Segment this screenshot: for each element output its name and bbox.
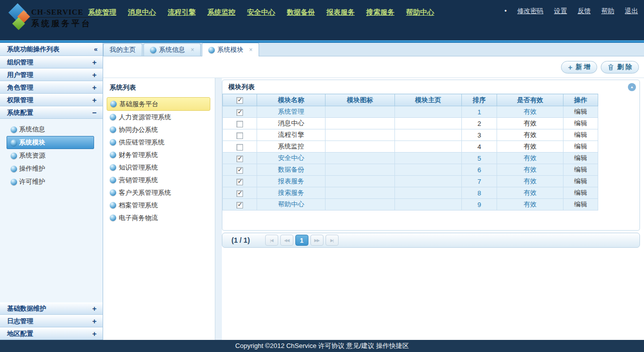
sidebar-group-region[interactable]: 地区配置 + [0, 327, 103, 340]
module-name-link[interactable]: 报表服务 [257, 176, 326, 187]
valid-link[interactable]: 有效 [497, 129, 564, 141]
tab-my-home[interactable]: 我的主页 [103, 43, 142, 56]
system-item-scm[interactable]: 供应链管理系统 [103, 136, 215, 149]
sidebar-group-sysconfig[interactable]: 系统配置 − [0, 106, 103, 119]
valid-link[interactable]: 有效 [497, 199, 564, 210]
sphere-icon [110, 139, 116, 146]
add-button[interactable]: + 新 增 [561, 61, 597, 74]
sidebar-item-system-module[interactable]: 系统模块 [7, 136, 94, 149]
row-checkbox[interactable] [236, 179, 243, 185]
edit-link[interactable]: 编辑 [564, 199, 598, 210]
row-checkbox[interactable] [236, 132, 243, 139]
settings-link[interactable]: 设置 [554, 7, 567, 16]
row-checkbox[interactable] [236, 109, 243, 116]
valid-link[interactable]: 有效 [497, 187, 564, 199]
row-checkbox[interactable] [236, 167, 243, 174]
menu-item-label: 系统资源 [19, 151, 45, 160]
sidebar-group-log[interactable]: 日志管理 + [0, 315, 103, 327]
tab-system-info[interactable]: 系统信息 × [143, 43, 201, 56]
pager-first-button[interactable]: |◀ [265, 235, 278, 246]
module-name-link[interactable]: 安全中心 [257, 153, 326, 164]
valid-link[interactable]: 有效 [497, 164, 564, 176]
edit-link[interactable]: 编辑 [564, 176, 598, 187]
sidebar-group-org[interactable]: 组织管理 + [0, 56, 103, 68]
system-item-oa[interactable]: 协同办公系统 [103, 123, 215, 136]
feedback-link[interactable]: 反馈 [578, 7, 591, 16]
valid-link[interactable]: 有效 [497, 106, 564, 118]
select-all-checkbox[interactable] [236, 97, 243, 104]
pager-next-button[interactable]: ▶▶ [310, 235, 324, 246]
sidebar-group-basedata[interactable]: 基础数据维护 + [0, 302, 103, 315]
module-name-link[interactable]: 搜索服务 [257, 187, 326, 199]
nav-security-center[interactable]: 安全中心 [247, 8, 275, 17]
module-name-link[interactable]: 系统管理 [257, 106, 326, 118]
pager-prev-button[interactable]: ◀◀ [280, 235, 293, 246]
sidebar-group-permission[interactable]: 权限管理 + [0, 94, 103, 106]
pager-last-button[interactable]: ▶| [326, 235, 339, 246]
system-item-marketing[interactable]: 营销管理系统 [103, 174, 215, 186]
module-name-link[interactable]: 系统监控 [257, 141, 326, 153]
valid-link[interactable]: 有效 [497, 176, 564, 187]
module-name-link[interactable]: 帮助中心 [257, 199, 326, 210]
sidebar-group-user[interactable]: 用户管理 + [0, 68, 103, 81]
sphere-icon [11, 126, 17, 133]
valid-link[interactable]: 有效 [497, 141, 564, 153]
module-name-link[interactable]: 消息中心 [257, 118, 326, 129]
help-link[interactable]: 帮助 [601, 7, 614, 16]
edit-link[interactable]: 编辑 [564, 129, 598, 141]
nav-message-center[interactable]: 消息中心 [128, 8, 156, 17]
system-item-hr[interactable]: 人力资源管理系统 [103, 111, 215, 123]
pager-page-1-button[interactable]: 1 [295, 235, 308, 246]
module-icon-cell [326, 199, 395, 210]
edit-link[interactable]: 编辑 [564, 141, 598, 153]
edit-link[interactable]: 编辑 [564, 106, 598, 118]
nav-report-service[interactable]: 报表服务 [327, 8, 355, 17]
nav-help-center[interactable]: 帮助中心 [406, 8, 434, 17]
system-item-ecommerce[interactable]: 电子商务物流 [103, 212, 215, 224]
nav-system-admin[interactable]: 系统管理 [88, 8, 116, 17]
edit-link[interactable]: 编辑 [564, 153, 598, 164]
nav-search-service[interactable]: 搜索服务 [366, 8, 394, 17]
sphere-icon [11, 139, 17, 146]
nav-workflow-engine[interactable]: 流程引擎 [168, 8, 196, 17]
system-item-finance[interactable]: 财务管理系统 [103, 149, 215, 161]
module-name-link[interactable]: 流程引擎 [257, 129, 326, 141]
delete-button[interactable]: 删 除 [601, 61, 639, 74]
panel-collapse-button[interactable]: ▲ [628, 83, 636, 91]
row-checkbox[interactable] [236, 202, 243, 208]
sidebar-group-role[interactable]: 角色管理 + [0, 81, 103, 94]
module-panel-title: 模块列表 [228, 83, 255, 92]
row-checkbox[interactable] [236, 190, 243, 197]
system-item-crm[interactable]: 客户关系管理系统 [103, 186, 215, 199]
sidebar-collapse-icon[interactable]: « [94, 45, 98, 53]
system-item-base-platform[interactable]: 基础服务平台 [107, 97, 210, 111]
content-area: 系统列表 基础服务平台 人力资源管理系统 协同办公系统 [103, 78, 644, 340]
sidebar-item-license-maintain[interactable]: 许可维护 [0, 175, 103, 188]
row-checkbox[interactable] [236, 144, 243, 151]
sidebar-item-system-resource[interactable]: 系统资源 [0, 149, 103, 162]
module-icon-cell [326, 164, 395, 176]
app-footer: Copyright ©2012 ChService 许可协议 意见/建议 操作快… [0, 340, 644, 352]
close-icon[interactable]: × [249, 46, 253, 53]
valid-link[interactable]: 有效 [497, 118, 564, 129]
module-name-link[interactable]: 数据备份 [257, 164, 326, 176]
nav-data-backup[interactable]: 数据备份 [287, 8, 315, 17]
change-password-link[interactable]: 修改密码 [517, 7, 543, 16]
table-row: 搜索服务 8 有效 编辑 [223, 187, 598, 199]
edit-link[interactable]: 编辑 [564, 164, 598, 176]
sidebar-item-system-info[interactable]: 系统信息 [0, 123, 103, 136]
edit-link[interactable]: 编辑 [564, 118, 598, 129]
system-item-knowledge[interactable]: 知识管理系统 [103, 161, 215, 174]
logout-link[interactable]: 退出 [625, 7, 638, 16]
nav-system-monitor[interactable]: 系统监控 [207, 8, 235, 17]
module-home-cell [395, 153, 462, 164]
sidebar-item-operation-maintain[interactable]: 操作维护 [0, 162, 103, 175]
close-icon[interactable]: × [191, 46, 194, 53]
row-checkbox[interactable] [236, 156, 243, 162]
module-icon-cell [326, 106, 395, 118]
edit-link[interactable]: 编辑 [564, 187, 598, 199]
tab-system-module[interactable]: 系统模块 × [202, 43, 259, 56]
valid-link[interactable]: 有效 [497, 153, 564, 164]
system-item-archive[interactable]: 档案管理系统 [103, 199, 215, 212]
row-checkbox[interactable] [236, 121, 243, 127]
